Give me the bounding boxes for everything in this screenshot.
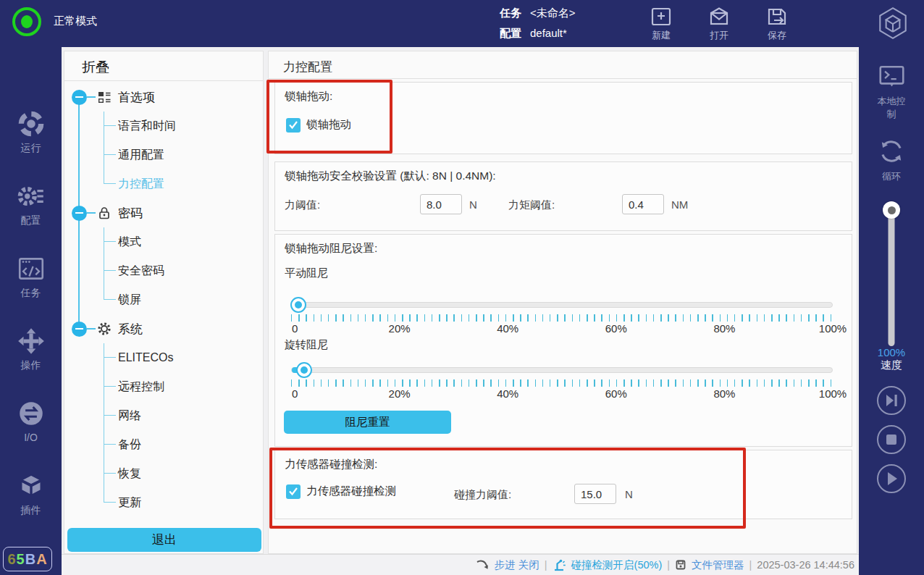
collapse-title[interactable]: 折叠	[82, 58, 109, 77]
collision-status[interactable]: 碰撞检测开启(50%)	[571, 558, 663, 572]
torque-threshold-label: 力矩阈值:	[508, 198, 555, 212]
tick-label: 20%	[389, 387, 411, 400]
section-title: 锁轴拖动安全校验设置 (默认: 8N | 0.4NM):	[285, 169, 496, 184]
divider	[269, 78, 857, 79]
divider	[64, 80, 263, 81]
collapse-node-icon[interactable]	[72, 322, 87, 337]
sidebar-item-run[interactable]: 运行	[0, 109, 62, 155]
app-window: 正常模式 任务<未命名> 配置default* 新建 打开 保存 运行 配置	[0, 0, 924, 575]
nav-item-general-config[interactable]: 通用配置	[104, 140, 259, 169]
elite-cube-logo	[875, 4, 911, 45]
tick-label: 0	[292, 387, 298, 400]
nav-item-network[interactable]: 网络	[104, 401, 259, 430]
nav-item-restore[interactable]: 恢复	[104, 459, 259, 488]
status-bar: 步进 关闭 | 碰撞检测开启(50%) | 文件管理器 | 2025-03-26…	[62, 554, 859, 575]
tree-node-system[interactable]: 系统	[64, 314, 143, 343]
config-icon	[0, 181, 62, 211]
step-icon	[476, 558, 490, 571]
green-dot	[21, 15, 33, 28]
step-status[interactable]: 步进 关闭	[495, 558, 539, 572]
sidebar-item-task[interactable]: 任务	[0, 253, 62, 300]
tree-node-password[interactable]: 密码	[64, 198, 143, 227]
mode-status-icon	[12, 7, 41, 36]
local-control-button[interactable]: 本地控制	[875, 63, 908, 121]
translation-damping-slider[interactable]	[291, 302, 833, 308]
nav-item-label: 力控配置	[118, 177, 164, 192]
translation-damping-label: 平动阻尼	[285, 266, 328, 280]
collision-threshold-input[interactable]	[574, 484, 616, 504]
speed-slider-handle[interactable]	[883, 201, 900, 219]
open-task-button[interactable]: 打开	[699, 4, 739, 42]
collapse-node-icon[interactable]	[72, 206, 87, 221]
collision-detect-icon	[553, 558, 566, 571]
tree-label: 首选项	[118, 89, 155, 106]
sidebar-item-operate[interactable]: 操作	[0, 326, 62, 372]
checkbox-label: 锁轴拖动	[306, 117, 351, 133]
sidebar-item-config[interactable]: 配置	[0, 181, 62, 227]
nav-item-label: 语言和时间	[118, 119, 176, 134]
checkbox-checked-icon[interactable]	[286, 484, 301, 499]
tree-stub	[87, 96, 96, 98]
save-task-button[interactable]: 保存	[757, 4, 797, 42]
separator: |	[545, 559, 547, 571]
tree-label: 密码	[118, 205, 143, 222]
badge-char: B	[25, 551, 36, 568]
sidebar-item-plugin[interactable]: 插件	[0, 471, 62, 517]
speed-label: 速度	[881, 358, 902, 372]
rotation-damping-handle[interactable]	[296, 362, 312, 378]
tree-node-preferences[interactable]: 首选项	[64, 83, 155, 112]
io-label: I/O	[24, 432, 38, 443]
torque-unit: NM	[671, 198, 688, 211]
gear-icon	[97, 322, 112, 336]
badge-char: A	[36, 551, 47, 568]
rotation-damping-slider[interactable]	[291, 367, 833, 373]
nav-item-force-control-config[interactable]: 力控配置	[104, 169, 259, 198]
nav-item-remote-control[interactable]: 远程控制	[104, 372, 259, 401]
section-title: 锁轴拖动阻尼设置:	[285, 241, 377, 256]
separator: |	[667, 559, 670, 571]
task-config-meta: 任务<未命名> 配置default*	[500, 3, 576, 43]
local-control-label: 本地控制	[878, 96, 906, 119]
lock-axis-drag-checkbox[interactable]: 锁轴拖动	[286, 117, 351, 133]
new-task-button[interactable]: 新建	[641, 4, 681, 42]
stop-button[interactable]	[875, 424, 907, 458]
tick-label: 80%	[713, 387, 735, 400]
speed-slider-track[interactable]	[889, 209, 895, 346]
config-label: 配置	[21, 214, 41, 226]
speed-slider[interactable]	[883, 201, 900, 346]
step-forward-button[interactable]	[875, 385, 907, 419]
tree-label: 系统	[118, 321, 143, 337]
nav-item-backup[interactable]: 备份	[104, 430, 259, 459]
slider-ticks	[291, 379, 833, 387]
exit-button[interactable]: 退出	[67, 528, 261, 552]
damping-reset-button[interactable]: 阻尼重置	[284, 411, 451, 434]
file-manager-link[interactable]: 文件管理器	[692, 558, 744, 572]
collapse-node-icon[interactable]	[72, 90, 87, 105]
nav-item-lock-screen[interactable]: 锁屏	[104, 285, 259, 314]
nav-item-update[interactable]: 更新	[104, 488, 259, 517]
checkbox-checked-icon[interactable]	[286, 118, 301, 133]
config-label: 配置	[500, 27, 521, 39]
sidebar-item-io[interactable]: I/O	[0, 398, 62, 443]
nav-item-safety-password[interactable]: 安全密码	[104, 256, 259, 285]
operate-label: 操作	[21, 359, 41, 371]
loop-button[interactable]: 循环	[875, 135, 907, 183]
nav-item-elitecos[interactable]: ELITECOs	[104, 343, 259, 372]
lock-icon	[97, 206, 112, 220]
collision-detection-checkbox[interactable]: 力传感器碰撞检测	[286, 484, 396, 499]
nav-item-label: 更新	[118, 495, 141, 511]
open-label: 打开	[710, 30, 728, 41]
torque-threshold-input[interactable]	[622, 194, 664, 214]
preferences-icon	[97, 90, 112, 104]
force-threshold-input[interactable]	[420, 194, 462, 214]
tick-label: 100%	[819, 387, 847, 400]
nav-item-mode[interactable]: 模式	[104, 227, 259, 256]
translation-damping-handle[interactable]	[290, 297, 306, 313]
section-safety-check: 锁轴拖动安全校验设置 (默认: 8N | 0.4NM): 力阈值: N 力矩阈值…	[274, 161, 852, 231]
nav-item-label: 模式	[118, 235, 141, 250]
play-button[interactable]	[875, 463, 907, 498]
tree-children-password: 模式 安全密码 锁屏	[104, 227, 259, 314]
badge-char: 6	[7, 551, 16, 568]
nav-item-language-time[interactable]: 语言和时间	[104, 112, 259, 140]
page-title: 力控配置	[283, 59, 332, 75]
